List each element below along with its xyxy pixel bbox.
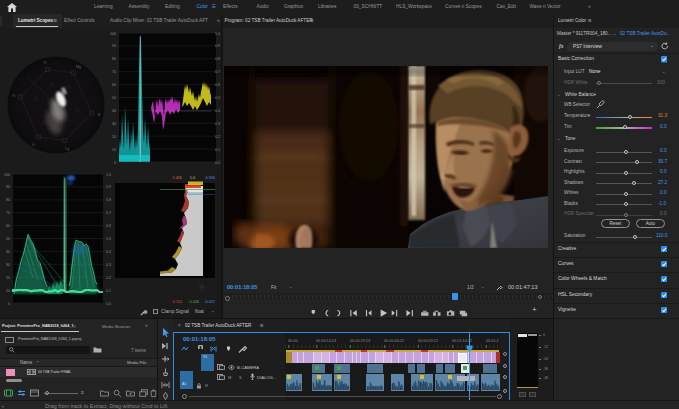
svg-text:0.4: 0.4 xyxy=(106,250,111,254)
svg-text:-0.017: -0.017 xyxy=(204,300,215,304)
svg-text:0.7: 0.7 xyxy=(215,70,220,74)
svg-text:0.3: 0.3 xyxy=(106,263,111,267)
svg-text:30: 30 xyxy=(112,122,116,126)
svg-text:40: 40 xyxy=(6,250,10,254)
svg-text:-0.008: -0.008 xyxy=(188,300,199,304)
svg-text:Mg: Mg xyxy=(76,65,81,69)
svg-text:100: 100 xyxy=(4,173,10,177)
svg-text:0.5: 0.5 xyxy=(215,96,220,100)
svg-text:0.5: 0.5 xyxy=(106,237,111,241)
svg-text:20: 20 xyxy=(112,135,116,139)
svg-text:10: 10 xyxy=(112,148,116,152)
svg-text:0.0: 0.0 xyxy=(215,161,220,165)
svg-text:90: 90 xyxy=(6,185,10,189)
svg-text:50: 50 xyxy=(6,237,10,241)
svg-text:100: 100 xyxy=(110,32,116,36)
svg-text:90: 90 xyxy=(112,44,116,48)
svg-text:1.456: 1.456 xyxy=(172,176,182,180)
svg-text:Yl: Yl xyxy=(12,94,15,98)
svg-text:70: 70 xyxy=(6,211,10,215)
svg-text:0.8: 0.8 xyxy=(215,57,220,61)
svg-text:20: 20 xyxy=(6,276,10,280)
svg-text:1.0: 1.0 xyxy=(215,32,220,36)
svg-text:10: 10 xyxy=(6,289,10,293)
svg-text:80: 80 xyxy=(6,198,10,202)
svg-text:60: 60 xyxy=(112,83,116,87)
svg-text:80: 80 xyxy=(112,57,116,61)
svg-text:0.6: 0.6 xyxy=(106,224,111,228)
svg-text:0: 0 xyxy=(114,161,116,165)
svg-text:0.1: 0.1 xyxy=(215,148,220,152)
svg-text:1.0: 1.0 xyxy=(190,176,195,180)
svg-text:0.114: 0.114 xyxy=(173,300,182,304)
svg-text:0.8: 0.8 xyxy=(106,198,111,202)
svg-text:G: G xyxy=(32,143,35,147)
svg-text:0.9: 0.9 xyxy=(215,44,220,48)
svg-text:1.0: 1.0 xyxy=(106,173,111,177)
svg-text:0.1: 0.1 xyxy=(106,289,111,293)
svg-text:Cy: Cy xyxy=(65,147,70,151)
svg-text:50: 50 xyxy=(112,96,116,100)
svg-text:0.2: 0.2 xyxy=(106,276,111,280)
svg-text:0.916: 0.916 xyxy=(205,176,215,180)
svg-text:60: 60 xyxy=(6,224,10,228)
svg-text:0.4: 0.4 xyxy=(215,109,220,113)
svg-text:0.9: 0.9 xyxy=(106,185,111,189)
svg-text:0.6: 0.6 xyxy=(215,83,220,87)
svg-text:0.7: 0.7 xyxy=(106,211,111,215)
svg-text:0.3: 0.3 xyxy=(215,122,220,126)
svg-text:30: 30 xyxy=(6,263,10,267)
svg-text:70: 70 xyxy=(112,70,116,74)
svg-text:R: R xyxy=(44,61,47,65)
svg-text:0.2: 0.2 xyxy=(215,135,220,139)
svg-text:40: 40 xyxy=(112,109,116,113)
